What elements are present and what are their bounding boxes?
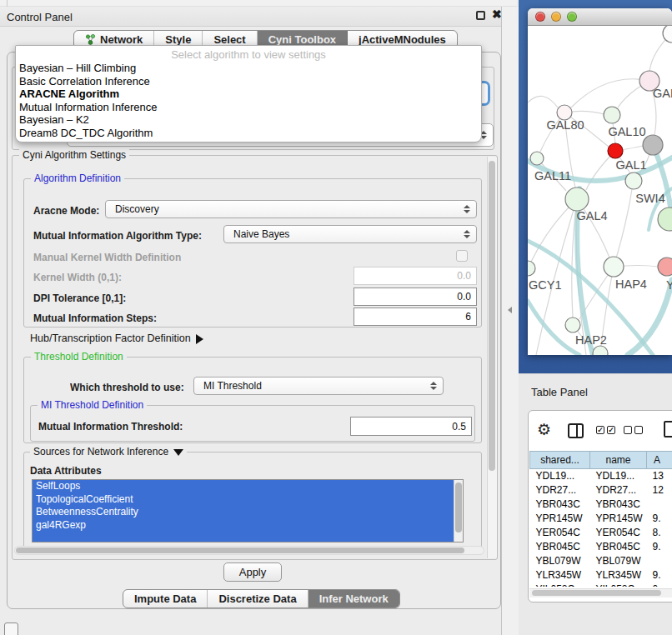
column-header-shared-name[interactable]: shared...	[530, 452, 590, 469]
data-attribute-item[interactable]: BetweennessCentrality	[33, 506, 463, 519]
network-node-green-big[interactable]	[658, 208, 672, 231]
kernel-width-field[interactable]: 0.0	[354, 267, 477, 285]
mi-steps-field[interactable]: 6	[354, 308, 477, 326]
which-threshold-label: Which threshold to use:	[70, 382, 184, 393]
apply-button[interactable]: Apply	[223, 562, 282, 582]
table-row[interactable]: YBR045CYBR045C9.	[530, 540, 672, 554]
split-columns-icon[interactable]	[568, 423, 584, 438]
network-node-hap2[interactable]	[565, 318, 580, 332]
table-row[interactable]: YDL19...YDL19...13	[530, 469, 672, 483]
tab-discretize-data-label: Discretize Data	[218, 592, 296, 605]
sources-expander[interactable]: Sources for Network Inference	[30, 446, 187, 458]
algorithm-option[interactable]: Basic Correlation Inference	[16, 75, 481, 88]
tab-cyni-toolbox-label: Cyni Toolbox	[268, 33, 336, 46]
split-collapse-icon[interactable]	[508, 307, 512, 313]
kernel-width-label: Kernel Width (0,1):	[33, 272, 122, 283]
dpi-tolerance-label: DPI Tolerance [0,1]:	[33, 292, 126, 304]
table-cell: YDR27...	[530, 483, 590, 498]
table-cell: YBR043C	[590, 498, 647, 512]
hub-definition-expander[interactable]: Hub/Transcription Factor Definition	[30, 332, 203, 344]
network-node-bottom[interactable]	[593, 346, 608, 355]
dock-panel-icon[interactable]	[4, 622, 18, 635]
mi-type-combo[interactable]: Naive Bayes	[223, 225, 477, 243]
network-node-unlabeled-top[interactable]	[663, 26, 672, 42]
tab-jactivemnodules-label: jActiveMNodules	[359, 33, 446, 46]
split-pane-divider[interactable]	[501, 7, 519, 635]
network-node-label: Y	[666, 278, 672, 292]
data-attribute-item[interactable]: TopologicalCoefficient	[33, 493, 463, 507]
gear-icon[interactable]: ⚙	[537, 420, 551, 439]
network-window[interactable]: GALGAL80GAL10GAL1GAL11SWI4GAL4GCY1HAP4YH…	[528, 8, 672, 355]
algorithm-option[interactable]: Mutual Information Inference	[16, 101, 481, 114]
unchecked-box-icon	[634, 426, 643, 434]
minimize-traffic-light[interactable]	[551, 12, 561, 22]
network-node-gal1[interactable]	[608, 143, 623, 158]
algorithm-definition-title: Algorithm Definition	[31, 172, 124, 184]
table-row[interactable]: YIL052CYIL052C0.	[530, 582, 672, 588]
algorithm-option[interactable]: Bayesian – K2	[16, 113, 481, 127]
network-node-gray[interactable]	[643, 135, 663, 155]
data-attribute-item[interactable]: gal4RGexp	[33, 519, 463, 532]
table-cell: YLR345W	[590, 568, 647, 582]
zoom-traffic-light[interactable]	[567, 12, 577, 22]
manual-kernel-checkbox[interactable]	[456, 250, 468, 262]
tab-infer-network[interactable]: Infer Network	[308, 590, 399, 608]
combo-stepper-icon	[429, 382, 437, 390]
table-cell: YDL19...	[590, 469, 647, 483]
mi-type-value: Naive Bayes	[224, 228, 463, 240]
manual-kernel-label: Manual Kernel Width Definition	[33, 252, 181, 263]
close-traffic-light[interactable]	[535, 12, 545, 22]
network-canvas[interactable]: GALGAL80GAL10GAL1GAL11SWI4GAL4GCY1HAP4YH…	[528, 26, 672, 355]
settings-horizontal-scrollbar-thumb[interactable]	[16, 548, 464, 553]
network-node-gcy1[interactable]	[528, 261, 535, 276]
algorithm-option[interactable]: Bayesian – Hill Climbing	[16, 62, 481, 75]
network-edge	[571, 79, 649, 108]
aracne-mode-combo[interactable]: Discovery	[105, 200, 477, 218]
dpi-tolerance-field[interactable]: 0.0	[354, 288, 477, 306]
network-window-titlebar[interactable]	[528, 8, 672, 26]
network-icon	[85, 34, 96, 45]
which-threshold-combo[interactable]: MI Threshold	[193, 377, 444, 395]
table-row[interactable]: YBL079WYBL079W	[530, 554, 672, 568]
network-node-label: HAP4	[615, 278, 647, 291]
tab-impute-data-label: Impute Data	[134, 592, 196, 605]
table-row[interactable]: YBR043CYBR043C	[530, 498, 672, 512]
column-header-name[interactable]: name	[590, 452, 647, 469]
deselect-all-columns-icon[interactable]	[624, 426, 643, 434]
page-icon[interactable]	[664, 421, 672, 438]
network-edge	[528, 96, 558, 108]
data-attributes-list: SelfLoopsTopologicalCoefficientBetweenne…	[32, 479, 464, 542]
network-node-hap4[interactable]	[604, 257, 624, 277]
select-all-columns-icon[interactable]: ✓ ✓	[596, 426, 615, 434]
network-node-swi4[interactable]	[625, 172, 642, 189]
tab-impute-data[interactable]: Impute Data	[123, 590, 208, 608]
table-row[interactable]: YPR145WYPR145W9.	[530, 512, 672, 526]
network-node-pink[interactable]	[658, 258, 672, 276]
settings-vertical-scrollbar-thumb[interactable]	[489, 161, 495, 471]
table-cell: YBL079W	[590, 554, 647, 568]
table-row[interactable]: YDR27...YDR27...12	[530, 483, 672, 498]
checked-box-icon: ✓	[596, 426, 604, 434]
table-horizontal-scrollbar-thumb[interactable]	[532, 590, 661, 596]
close-icon[interactable]: ✖	[492, 8, 502, 21]
table-cell: YER054C	[530, 526, 590, 540]
network-node-gal10[interactable]	[604, 107, 620, 123]
table-cell: YBR045C	[590, 540, 647, 554]
table-row[interactable]: YER054CYER054C8.	[530, 526, 672, 540]
algorithm-option[interactable]: Dream8 DC_TDC Algorithm	[16, 127, 481, 140]
table-row[interactable]: YLR345WYLR345W9.	[530, 568, 672, 582]
mi-threshold-field[interactable]: 0.5	[350, 417, 472, 436]
tab-discretize-data[interactable]: Discretize Data	[208, 590, 308, 608]
attribute-list-scrollbar-thumb[interactable]	[455, 482, 462, 532]
data-attribute-item[interactable]: SelfLoops	[33, 480, 463, 493]
table-cell: YBR045C	[530, 540, 590, 554]
mi-type-label: Mutual Information Algorithm Type:	[33, 230, 202, 242]
network-node-label: GAL10	[608, 125, 645, 138]
network-node-gal4[interactable]	[565, 188, 589, 211]
algorithm-option[interactable]: ARACNE Algorithm	[16, 88, 481, 101]
unchecked-box-icon	[624, 426, 632, 434]
checked-box-icon: ✓	[607, 426, 615, 434]
float-window-icon[interactable]	[476, 11, 485, 20]
network-node-gal11[interactable]	[530, 152, 544, 165]
column-header-partial[interactable]: A	[647, 452, 672, 469]
